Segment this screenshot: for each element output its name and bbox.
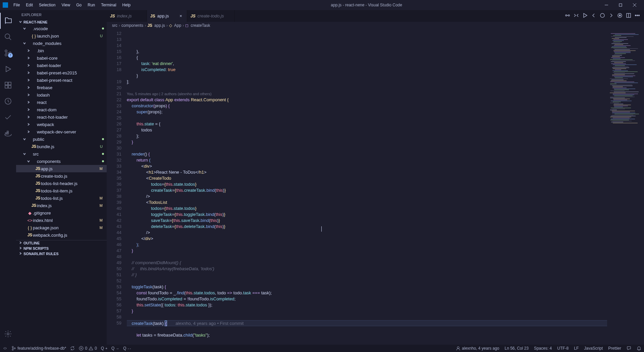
remote-indicator[interactable]	[3, 346, 7, 351]
code-line[interactable]: },	[127, 49, 607, 55]
code-line[interactable]: this.state = {	[127, 121, 607, 127]
problems-indicator[interactable]: 0 0	[79, 346, 97, 351]
code-line[interactable]: }	[127, 248, 607, 254]
code-line[interactable]: );	[127, 242, 607, 248]
code-line[interactable]: <div>	[127, 163, 607, 169]
code-line[interactable]: // this.bindAsArray(firebaseData, 'todos…	[127, 266, 607, 272]
code-line[interactable]: }	[127, 73, 607, 79]
code-line[interactable]: return (	[127, 157, 607, 163]
breadcrumb-segment[interactable]: createTask	[191, 23, 210, 28]
folder--bin[interactable]: .bin	[16, 47, 107, 54]
code-line[interactable]: const foundTodo = _.find(this.state.todo…	[127, 290, 607, 296]
feedback-icon[interactable]	[627, 346, 631, 351]
breadcrumb-segment[interactable]: src	[112, 23, 117, 28]
code-line[interactable]: ];	[127, 79, 607, 85]
menu-terminal[interactable]: Terminal	[98, 1, 119, 9]
code-line[interactable]: };	[127, 133, 607, 139]
breadcrumb-segment[interactable]: components	[121, 23, 143, 28]
code-line[interactable]: {	[127, 55, 607, 61]
branch-indicator[interactable]: feature/adding-firebase-db*	[11, 346, 66, 351]
folder--vscode[interactable]: .vscode	[16, 25, 107, 32]
code-line[interactable]: />	[127, 230, 607, 236]
npm-scripts-section[interactable]: NPM Scripts	[16, 246, 107, 251]
code-line[interactable]	[127, 338, 607, 344]
code-line[interactable]: foundTodo.isCompleted = !foundTodo.isCom…	[127, 296, 607, 302]
folder-babel-loader[interactable]: babel-loader	[16, 62, 107, 69]
blame-indicator[interactable]: alexnho, 4 years ago	[456, 346, 499, 351]
folder-lodash[interactable]: lodash	[16, 91, 107, 99]
gitlens-toggle-icon[interactable]	[565, 13, 570, 19]
code-line[interactable]: todos	[127, 127, 607, 133]
prev-change-icon[interactable]	[591, 13, 596, 19]
search-dash[interactable]: Q- -	[123, 346, 131, 351]
more-icon[interactable]	[635, 13, 640, 19]
code-line[interactable]: super(props);	[127, 109, 607, 115]
code-line[interactable]: todos={this.state.todos}	[127, 181, 607, 187]
code-line[interactable]	[127, 314, 607, 320]
code-line[interactable]	[127, 326, 607, 332]
outline-section[interactable]: Outline	[16, 240, 107, 246]
next-change-icon[interactable]	[608, 13, 614, 19]
code-editor[interactable]: }, { task: 'eat dinner', isCompleted: tr…	[127, 29, 607, 345]
language-mode[interactable]: JavaScript	[584, 346, 603, 351]
menu-go[interactable]: Go	[73, 1, 84, 9]
docker-activity[interactable]	[0, 125, 16, 141]
run-icon[interactable]	[582, 13, 588, 19]
breadcrumbs[interactable]: src›components›JSapp.js›◇App›◻createTask	[107, 22, 644, 29]
code-line[interactable]: <TodosList	[127, 199, 607, 206]
folder-components[interactable]: components	[16, 158, 107, 165]
sonarlint-section[interactable]: SonarLint Rules	[16, 251, 107, 256]
code-line[interactable]: constructor(props) {	[127, 103, 607, 109]
code-line[interactable]: todos={this.state.todos}	[127, 206, 607, 212]
code-line[interactable]	[127, 145, 607, 151]
menu-help[interactable]: Help	[120, 1, 133, 9]
run-debug-activity[interactable]	[0, 61, 16, 77]
file-index-html[interactable]: <>index.htmlM	[16, 217, 107, 224]
folder-react[interactable]: react	[16, 99, 107, 106]
code-line[interactable]: toggleTask={this.toggleTask.bind(this)}	[127, 212, 607, 218]
code-line[interactable]: createTask(task) { alexnho, 4 years ago …	[127, 320, 607, 326]
file-app-js[interactable]: JSapp.jsM	[16, 165, 107, 172]
code-line[interactable]: }	[127, 308, 607, 314]
file-launch-json[interactable]: { }launch.jsonU	[16, 32, 107, 40]
code-line[interactable]: isCompleted: true	[127, 67, 607, 73]
prettier-status[interactable]: Prettier	[608, 346, 621, 351]
close-button[interactable]	[628, 0, 641, 10]
file-index-js[interactable]: JSindex.jsM	[16, 202, 107, 209]
folder-webpack[interactable]: webpack	[16, 121, 107, 128]
close-tab-icon[interactable]: ×	[178, 13, 183, 19]
project-header[interactable]: REACT-NENE	[16, 19, 107, 25]
menu-file[interactable]: File	[11, 1, 22, 9]
revision-icon[interactable]	[600, 13, 605, 19]
encoding[interactable]: UTF-8	[557, 346, 569, 351]
code-line[interactable]: <h1>React Nene - ToDos</h1>	[127, 169, 607, 175]
code-line[interactable]: deleteTask={this.deleteTask.bind(this)}	[127, 224, 607, 230]
folder-react-dom[interactable]: react-dom	[16, 106, 107, 113]
code-line[interactable]: />	[127, 193, 607, 199]
extensions-activity[interactable]	[0, 77, 16, 93]
code-line[interactable]	[127, 254, 607, 260]
code-line[interactable]: export default class App extends React.C…	[127, 97, 607, 103]
code-line[interactable]: toggleTask(task) {	[127, 284, 607, 290]
source-control-activity[interactable]: 7	[0, 45, 16, 61]
minimize-button[interactable]	[600, 0, 613, 10]
file-todos-list-header-js[interactable]: JStodos-list-header.js	[16, 180, 107, 187]
search-plus[interactable]: Q+	[101, 346, 107, 351]
folder-src[interactable]: src	[16, 150, 107, 158]
compare-icon[interactable]	[574, 13, 579, 19]
maximize-button[interactable]	[614, 0, 627, 10]
folder-webpack-dev-server[interactable]: webpack-dev-server	[16, 128, 107, 135]
file-package-json[interactable]: { }package.jsonM	[16, 224, 107, 231]
folder-babel-preset-react[interactable]: babel-preset-react	[16, 76, 107, 84]
search-minus[interactable]: Q→	[111, 346, 119, 351]
menu-selection[interactable]: Selection	[36, 1, 58, 9]
file-webpack-config-js[interactable]: JSwebpack.config.js	[16, 231, 107, 239]
cursor-position[interactable]: Ln 56, Col 23	[505, 346, 529, 351]
annotations-icon[interactable]	[617, 13, 623, 19]
code-line[interactable]: // componentDidMount() {	[127, 260, 607, 266]
testing-activity[interactable]	[0, 109, 16, 125]
code-line[interactable]: task: 'eat dinner',	[127, 61, 607, 67]
menu-run[interactable]: Run	[85, 1, 98, 9]
menu-edit[interactable]: Edit	[23, 1, 36, 9]
code-line[interactable]: this.setState({ todos: this.state.todos …	[127, 302, 607, 308]
